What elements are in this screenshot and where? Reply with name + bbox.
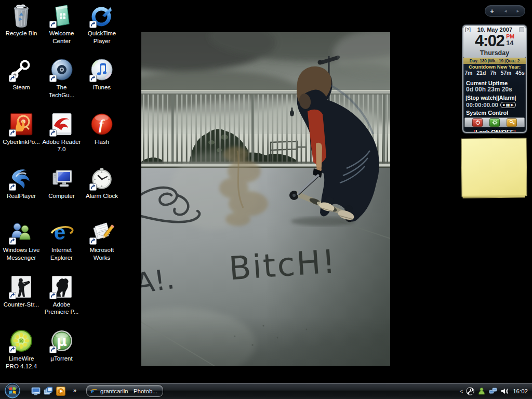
desktop-icon-the-techguy[interactable]: The TechGu... (42, 57, 82, 99)
volume-tray-icon[interactable] (500, 387, 509, 395)
desktop-icon-quicktime-player[interactable]: QuickTime Player (82, 3, 122, 45)
desktop-icon-itunes[interactable]: iTunes (82, 57, 122, 91)
restart-button[interactable] (489, 118, 500, 127)
shortcut-arrow-icon (9, 129, 16, 137)
shortcut-arrow-icon (9, 237, 16, 245)
desktop-icon-label: CyberlinkPo... (1, 138, 42, 146)
taskbar: » e grantcarlin - Photob... < 16:02 (0, 382, 532, 399)
desktop-icon-realplayer[interactable]: RealPlayer (1, 166, 42, 200)
steam-tray-icon[interactable] (466, 387, 474, 395)
desktop-icon-microsoft-works[interactable]: Microsoft Works (82, 220, 122, 261)
shortcut-arrow-icon (49, 75, 57, 82)
messenger-tray-icon[interactable] (477, 387, 486, 395)
desktop-icon-grid: Recycle BinWelcome CenterQuickTime Playe… (1, 3, 124, 388)
lock-bracket: ] (514, 129, 516, 133)
gadget-weekday: Thursday (465, 50, 524, 57)
desktop-icon-label: Adobe Reader 7.0 (42, 138, 82, 153)
desktop-icon-label: Computer (42, 192, 82, 200)
computer-icon (49, 166, 74, 191)
photo-viewer: A!. BitcH! (141, 32, 390, 366)
start-button[interactable] (5, 383, 20, 398)
desktop-icon-internet-explorer[interactable]: eInternet Explorer (42, 220, 82, 261)
svg-text:e: e (91, 387, 94, 395)
shortcut-arrow-icon (89, 183, 97, 191)
steam-icon (9, 57, 34, 82)
desktop-icon-steam[interactable]: Steam (1, 57, 42, 91)
shortcut-arrow-icon (89, 75, 97, 82)
desktop-icon-recycle-bin[interactable]: Recycle Bin (1, 3, 42, 37)
the-techguy-icon (49, 57, 74, 82)
gadget-help-badge[interactable]: [?] (465, 27, 471, 32)
internet-explorer-icon: e (90, 387, 98, 395)
countdown-value: 7m 21d 7h 57m 45s (463, 70, 526, 76)
tray-collapse-chevron[interactable]: < (460, 388, 463, 394)
show-desktop-button[interactable] (31, 386, 41, 396)
pause-icon[interactable]: ▮▮ (506, 103, 510, 107)
clock-gadget[interactable]: [?] 10. May 2007 4:02 PM 14 Thursday Day… (462, 25, 527, 133)
countdown-label: Countdown New Year: (463, 64, 526, 70)
internet-explorer-icon: e (49, 220, 74, 245)
desktop-icon-computer[interactable]: Computer (42, 166, 82, 200)
play-icon[interactable]: ▶ (511, 103, 513, 107)
limewire-icon (9, 328, 34, 353)
desktop-icon-utorrent[interactable]: µµTorrent (42, 328, 82, 363)
desktop-icon-cyberlink[interactable]: CyberlinkPo... (1, 112, 42, 146)
gadget-menu-icon[interactable] (519, 27, 524, 32)
alarm-clock-icon (89, 166, 114, 191)
power-button[interactable] (472, 118, 483, 127)
desktop-icon-label: µTorrent (42, 355, 82, 363)
desktop-icon-label: Alarm Clock (82, 192, 122, 200)
desktop-icon-label: Steam (1, 84, 42, 91)
stopwatch-controls[interactable]: ■ ▮▮ ▶ (500, 102, 516, 108)
desktop-icon-label: Windows Live Messenger (1, 246, 42, 261)
media-player-button[interactable] (56, 386, 66, 396)
logoff-key-button[interactable] (507, 118, 517, 127)
desktop-icon-windows-live-messenger[interactable]: Windows Live Messenger (1, 220, 42, 261)
desktop-icon-alarm-clock[interactable]: Alarm Clock (82, 166, 122, 200)
desktop-icon-adobe-premiere[interactable]: Adobe Premiere P... (42, 274, 82, 316)
utorrent-icon: µ (49, 328, 74, 353)
add-gadget-button[interactable]: + (485, 7, 499, 15)
desktop-icon-label: Microsoft Works (82, 246, 122, 261)
desktop-icon-flash[interactable]: fFlash (82, 112, 122, 146)
switch-windows-button[interactable] (43, 386, 54, 396)
desktop-icon-limewire[interactable]: LimeWire PRO 4.12.4 (1, 328, 42, 370)
graffiti-bitch: BitcH! (228, 242, 338, 287)
notes-gadget[interactable] (461, 138, 527, 196)
system-control-bar (464, 117, 525, 127)
desktop-icon-label: The TechGu... (42, 84, 82, 99)
stop-icon[interactable]: ■ (503, 103, 505, 107)
quicklaunch-overflow-chevron[interactable]: » (73, 387, 75, 393)
desktop-icon-counter-strike[interactable]: Counter-Str... (1, 274, 42, 309)
lock-toggle[interactable]: [Lock ON/OFF] (463, 129, 526, 133)
shortcut-arrow-icon (9, 292, 16, 299)
desktop: Recycle BinWelcome CenterQuickTime Playe… (0, 0, 532, 399)
recycle-bin-icon (9, 3, 34, 28)
shortcut-arrow-icon (9, 75, 16, 82)
network-tray-icon[interactable] (489, 387, 497, 395)
shortcut-arrow-icon (9, 183, 16, 191)
microsoft-works-icon (89, 220, 114, 245)
desktop-icon-welcome-center[interactable]: Welcome Center (42, 3, 82, 45)
desktop-icon-label: LimeWire PRO 4.12.4 (1, 355, 42, 370)
next-page-button[interactable]: ► (512, 9, 524, 14)
windows-live-messenger-icon (9, 220, 34, 245)
system-control-label: System Control (463, 110, 526, 116)
realplayer-icon (9, 166, 34, 191)
graffiti-a: A!. (141, 262, 177, 300)
desktop-icon-label: Adobe Premiere P... (42, 301, 82, 316)
skatepark-photo: A!. BitcH! (141, 32, 390, 366)
desktop-icon-label: Counter-Str... (1, 301, 42, 309)
note-text[interactable] (461, 138, 526, 147)
desktop-icon-label: Internet Explorer (42, 246, 82, 261)
taskbar-task-photobucket[interactable]: e grantcarlin - Photob... (86, 385, 163, 397)
sidebar-controls: + ◄ ► (485, 5, 525, 17)
desktop-icon-adobe-reader[interactable]: Adobe Reader 7.0 (42, 112, 82, 153)
quicktime-player-icon (89, 3, 114, 28)
stopwatch-alarm-label[interactable]: |Stop watch||Alarm| (463, 95, 526, 101)
lock-label: Lock ON/OFF (475, 129, 513, 133)
gadget-meridiem: PM (506, 34, 514, 39)
prev-page-button[interactable]: ◄ (499, 9, 512, 14)
tray-clock[interactable]: 16:02 (513, 388, 528, 394)
adobe-reader-icon (49, 112, 74, 137)
